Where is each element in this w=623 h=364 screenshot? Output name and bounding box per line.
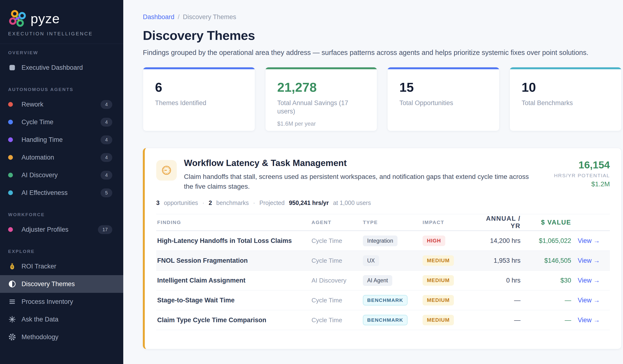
page-subtitle: Findings grouped by the operational area… [143, 48, 616, 57]
finding-name: Claim Type Cycle Time Comparison [156, 317, 312, 324]
agent-name: Cycle Time [312, 317, 363, 324]
dollar-value: $30 [520, 277, 571, 284]
table-row[interactable]: High-Latency Handoffs in Total Loss Clai… [156, 231, 610, 251]
agent-name: AI Discovery [312, 277, 363, 284]
sidebar-item-label: ROI Tracker [22, 263, 112, 270]
count-badge: 4 [101, 100, 112, 109]
sidebar-item-rework[interactable]: Rework 4 [0, 96, 123, 113]
sidebar-item-ask-the-data[interactable]: Ask the Data [0, 310, 123, 328]
sidebar-item-label: Handling Time [22, 136, 101, 144]
count-badge: 17 [98, 225, 112, 234]
sidebar-item-cycle-time[interactable]: Cycle Time 4 [0, 113, 123, 131]
sidebar-item-ai-discovery[interactable]: AI Discovery 4 [0, 166, 123, 184]
sidebar-item-automation[interactable]: Automation 4 [0, 149, 123, 166]
sidebar-item-roi-tracker[interactable]: $ ROI Tracker [0, 257, 123, 275]
finding-name: Stage-to-Stage Wait Time [156, 297, 312, 304]
impact-badge: HIGH [423, 236, 445, 246]
agent-name: Cycle Time [312, 237, 363, 245]
sidebar-item-label: Discovery Themes [22, 280, 112, 288]
sidebar-item-label: Process Inventory [22, 298, 112, 305]
stat-card-themes-identified: 6 Themes Identified [143, 67, 255, 131]
svg-text:$: $ [11, 265, 13, 269]
sidebar-item-label: Adjuster Profiles [22, 226, 98, 233]
sidebar-item-ai-effectiveness[interactable]: AI Effectiveness 5 [0, 184, 123, 202]
stat-label: Total Benchmarks [522, 99, 601, 107]
sidebar-item-label: Methodology [22, 333, 112, 341]
theme-potential-stat: 16,154 HRS/YR POTENTIAL $1.2M [554, 159, 610, 188]
dollar-value: $1,065,022 [520, 237, 571, 245]
annual-hours: 1,953 hrs [478, 257, 520, 264]
table-row[interactable]: FNOL Session Fragmentation Cycle Time UX… [156, 251, 610, 271]
agent-name: Cycle Time [312, 297, 363, 304]
count-badge: 4 [101, 135, 112, 144]
brand-tagline: EXECUTION INTELLIGENCE [8, 31, 115, 37]
potential-hours-value: 16,154 [554, 159, 610, 171]
findings-table: FINDING AGENT TYPE IMPACT ANNUAL / YR $ … [156, 214, 610, 330]
green-dot-icon [8, 173, 22, 177]
breadcrumb-dashboard-link[interactable]: Dashboard [143, 13, 174, 21]
annual-hours: 14,200 hrs [478, 237, 520, 245]
finding-name: Intelligent Claim Assignment [156, 277, 312, 284]
sidebar-item-methodology[interactable]: Methodology [0, 328, 123, 346]
sidebar-item-process-inventory[interactable]: Process Inventory [0, 293, 123, 310]
section-label-workforce: WORKFORCE [0, 212, 123, 217]
stat-value: 15 [400, 80, 487, 95]
annual-hours: — [478, 317, 520, 324]
stat-card-total-opportunities: 15 Total Opportunities [387, 67, 499, 131]
column-header-type: TYPE [363, 219, 423, 225]
count-badge: 4 [101, 118, 112, 127]
sidebar-item-label: AI Effectiveness [22, 189, 101, 196]
section-label-explore: EXPLORE [0, 249, 123, 254]
theme-title: Workflow Latency & Task Management [184, 158, 554, 168]
impact-badge: MEDIUM [423, 315, 454, 325]
column-header-finding: FINDING [156, 219, 312, 225]
sidebar-item-label: Rework [22, 101, 101, 108]
count-badge: 5 [101, 189, 112, 197]
view-link[interactable]: View → [571, 257, 610, 264]
view-link[interactable]: View → [571, 317, 610, 324]
main-content: Dashboard / Discovery Themes Discovery T… [123, 0, 623, 364]
breadcrumb-current: Discovery Themes [183, 13, 236, 21]
sidebar-item-label: Executive Dashboard [22, 64, 112, 71]
stat-value: 21,278 [277, 80, 365, 95]
findings-table-header: FINDING AGENT TYPE IMPACT ANNUAL / YR $ … [156, 214, 610, 231]
stat-card-total-benchmarks: 10 Total Benchmarks [510, 67, 622, 131]
stat-label: Total Opportunities [400, 99, 478, 107]
section-label-overview: OVERVIEW [0, 50, 123, 55]
sidebar: pyze EXECUTION INTELLIGENCE OVERVIEW Exe… [0, 0, 123, 364]
annual-hours: 0 hrs [478, 277, 520, 284]
view-link[interactable]: View → [571, 237, 610, 245]
amber-dot-icon [8, 155, 22, 160]
page-title: Discovery Themes [143, 28, 622, 43]
sidebar-item-adjuster-profiles[interactable]: Adjuster Profiles 17 [0, 221, 123, 238]
theme-meta-row: 3 opportunities · 2 benchmarks · Project… [156, 199, 610, 206]
potential-dollar-value: $1.2M [554, 180, 610, 188]
blue-dot-icon [8, 120, 22, 125]
table-row[interactable]: Claim Type Cycle Time Comparison Cycle T… [156, 310, 610, 330]
sidebar-item-executive-dashboard[interactable]: Executive Dashboard [0, 59, 123, 76]
sidebar-item-label: AI Discovery [22, 171, 101, 179]
count-badge: 4 [101, 153, 112, 162]
view-link[interactable]: View → [571, 277, 610, 284]
benchmarks-label: benchmarks [216, 199, 249, 206]
sparkle-icon [8, 315, 22, 323]
column-header-agent: AGENT [312, 219, 363, 225]
impact-badge: MEDIUM [423, 255, 454, 266]
sidebar-item-discovery-themes[interactable]: Discovery Themes [0, 275, 123, 293]
type-badge: AI Agent [363, 275, 392, 286]
list-icon [8, 298, 22, 306]
sidebar-item-handling-time[interactable]: Handling Time 4 [0, 131, 123, 149]
finding-name: FNOL Session Fragmentation [156, 257, 312, 264]
opportunities-label: opportunities [164, 199, 198, 206]
stat-label: Themes Identified [155, 99, 234, 107]
theme-icon-box [156, 160, 177, 181]
table-row[interactable]: Stage-to-Stage Wait Time Cycle Time BENC… [156, 290, 610, 310]
brand-name: pyze [31, 11, 60, 26]
dollar-value: $146,505 [520, 257, 571, 264]
table-row[interactable]: Intelligent Claim Assignment AI Discover… [156, 271, 610, 290]
view-link[interactable]: View → [571, 297, 610, 304]
theme-card-workflow-latency: Workflow Latency & Task Management Claim… [143, 148, 622, 349]
gear-icon [8, 333, 22, 341]
projected-value: 950,241 hrs/yr [289, 199, 329, 206]
benchmark-badge: BENCHMARK [363, 295, 407, 305]
